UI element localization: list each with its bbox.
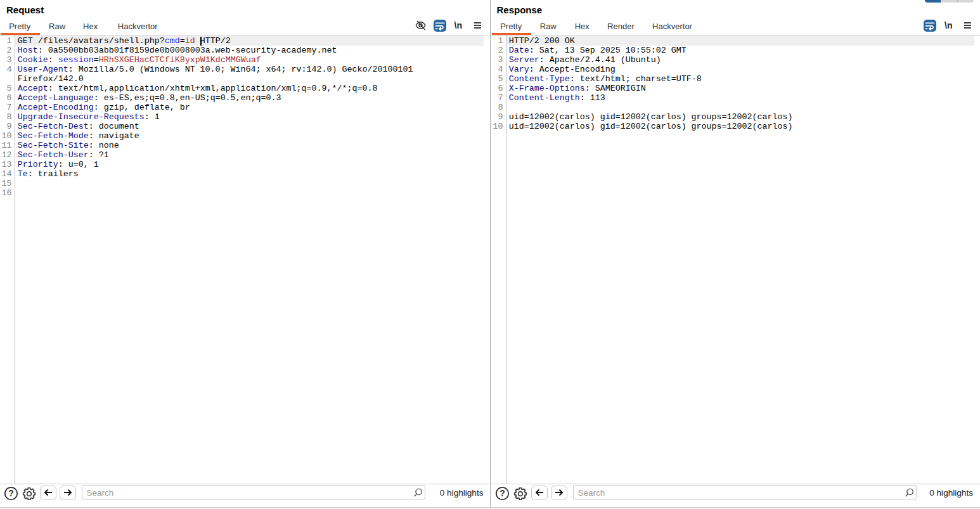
svg-text:?: ?	[500, 488, 505, 498]
svg-text:?: ?	[8, 488, 14, 498]
